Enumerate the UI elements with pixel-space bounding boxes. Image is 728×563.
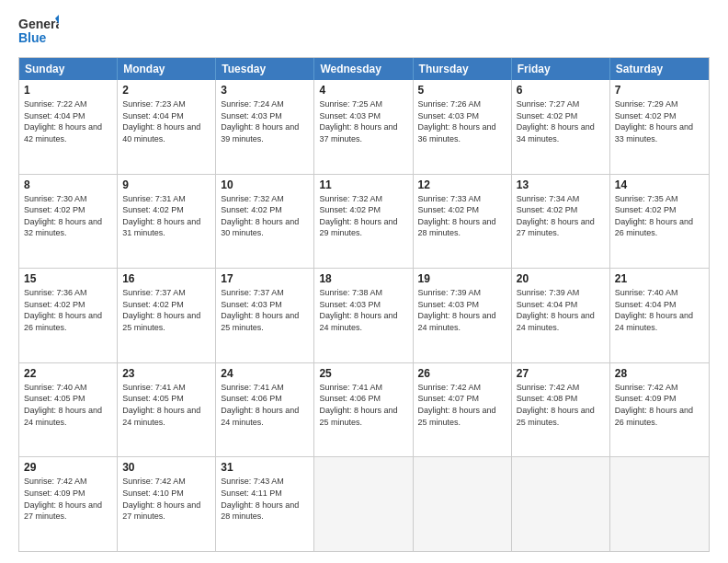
day-header-wednesday: Wednesday [314,58,413,80]
day-header-sunday: Sunday [19,58,118,80]
day-cell-14: 14 Sunrise: 7:35 AM Sunset: 4:02 PM Dayl… [610,175,709,269]
cell-info: Sunrise: 7:38 AM Sunset: 4:03 PM Dayligh… [319,287,407,333]
day-cell-30: 30 Sunrise: 7:42 AM Sunset: 4:10 PM Dayl… [118,457,216,551]
day-cell-17: 17 Sunrise: 7:37 AM Sunset: 4:03 PM Dayl… [216,269,314,362]
day-number: 13 [517,178,605,191]
calendar-row-5: 29 Sunrise: 7:42 AM Sunset: 4:09 PM Dayl… [19,456,709,551]
calendar-row-1: 1 Sunrise: 7:22 AM Sunset: 4:04 PM Dayli… [19,80,709,174]
cell-info: Sunrise: 7:33 AM Sunset: 4:02 PM Dayligh… [418,193,506,239]
day-number: 1 [24,84,112,97]
cell-info: Sunrise: 7:39 AM Sunset: 4:03 PM Dayligh… [418,287,506,333]
day-number: 9 [122,178,210,191]
day-cell-21: 21 Sunrise: 7:40 AM Sunset: 4:04 PM Dayl… [610,269,709,362]
day-number: 3 [221,84,309,97]
empty-cell [610,457,709,551]
day-number: 18 [319,272,407,285]
header: General Blue [18,15,710,48]
day-number: 25 [319,367,407,380]
day-header-tuesday: Tuesday [216,58,314,80]
day-cell-26: 26 Sunrise: 7:42 AM Sunset: 4:07 PM Dayl… [414,363,512,457]
cell-info: Sunrise: 7:31 AM Sunset: 4:02 PM Dayligh… [122,193,210,239]
day-cell-22: 22 Sunrise: 7:40 AM Sunset: 4:05 PM Dayl… [19,363,118,457]
day-number: 30 [122,461,210,474]
day-cell-9: 9 Sunrise: 7:31 AM Sunset: 4:02 PM Dayli… [118,175,216,269]
cell-info: Sunrise: 7:30 AM Sunset: 4:02 PM Dayligh… [24,193,112,239]
cell-info: Sunrise: 7:42 AM Sunset: 4:07 PM Dayligh… [418,382,506,428]
day-cell-7: 7 Sunrise: 7:29 AM Sunset: 4:02 PM Dayli… [610,80,709,174]
day-number: 27 [517,367,605,380]
day-number: 26 [418,367,506,380]
day-number: 29 [24,461,112,474]
day-number: 23 [122,367,210,380]
day-number: 16 [122,272,210,285]
day-cell-2: 2 Sunrise: 7:23 AM Sunset: 4:04 PM Dayli… [118,80,216,174]
day-cell-27: 27 Sunrise: 7:42 AM Sunset: 4:08 PM Dayl… [512,363,610,457]
calendar-row-4: 22 Sunrise: 7:40 AM Sunset: 4:05 PM Dayl… [19,362,709,457]
cell-info: Sunrise: 7:40 AM Sunset: 4:04 PM Dayligh… [615,287,704,333]
cell-info: Sunrise: 7:42 AM Sunset: 4:08 PM Dayligh… [517,382,605,428]
cell-info: Sunrise: 7:26 AM Sunset: 4:03 PM Dayligh… [418,98,506,144]
cell-info: Sunrise: 7:39 AM Sunset: 4:04 PM Dayligh… [517,287,605,333]
logo: General Blue [18,15,59,48]
day-number: 4 [319,84,407,97]
day-number: 2 [122,84,210,97]
day-cell-20: 20 Sunrise: 7:39 AM Sunset: 4:04 PM Dayl… [512,269,610,362]
day-number: 22 [24,367,112,380]
cell-info: Sunrise: 7:32 AM Sunset: 4:02 PM Dayligh… [221,193,309,239]
day-number: 8 [24,178,112,191]
day-cell-15: 15 Sunrise: 7:36 AM Sunset: 4:02 PM Dayl… [19,269,118,362]
cell-info: Sunrise: 7:34 AM Sunset: 4:02 PM Dayligh… [517,193,605,239]
day-number: 20 [517,272,605,285]
day-cell-3: 3 Sunrise: 7:24 AM Sunset: 4:03 PM Dayli… [216,80,314,174]
day-header-monday: Monday [118,58,216,80]
cell-info: Sunrise: 7:22 AM Sunset: 4:04 PM Dayligh… [24,98,112,144]
cell-info: Sunrise: 7:29 AM Sunset: 4:02 PM Dayligh… [615,98,704,144]
day-cell-19: 19 Sunrise: 7:39 AM Sunset: 4:03 PM Dayl… [414,269,512,362]
calendar: SundayMondayTuesdayWednesdayThursdayFrid… [18,57,710,552]
day-cell-28: 28 Sunrise: 7:42 AM Sunset: 4:09 PM Dayl… [610,363,709,457]
day-cell-1: 1 Sunrise: 7:22 AM Sunset: 4:04 PM Dayli… [19,80,118,174]
empty-cell [314,457,413,551]
day-cell-5: 5 Sunrise: 7:26 AM Sunset: 4:03 PM Dayli… [414,80,512,174]
day-cell-23: 23 Sunrise: 7:41 AM Sunset: 4:05 PM Dayl… [118,363,216,457]
cell-info: Sunrise: 7:42 AM Sunset: 4:09 PM Dayligh… [615,382,704,428]
calendar-row-2: 8 Sunrise: 7:30 AM Sunset: 4:02 PM Dayli… [19,174,709,269]
day-number: 12 [418,178,506,191]
day-number: 5 [418,84,506,97]
day-cell-4: 4 Sunrise: 7:25 AM Sunset: 4:03 PM Dayli… [314,80,413,174]
calendar-body: 1 Sunrise: 7:22 AM Sunset: 4:04 PM Dayli… [19,80,709,551]
day-number: 17 [221,272,309,285]
day-cell-10: 10 Sunrise: 7:32 AM Sunset: 4:02 PM Dayl… [216,175,314,269]
day-number: 11 [319,178,407,191]
cell-info: Sunrise: 7:27 AM Sunset: 4:02 PM Dayligh… [517,98,605,144]
cell-info: Sunrise: 7:41 AM Sunset: 4:06 PM Dayligh… [221,382,309,428]
calendar-row-3: 15 Sunrise: 7:36 AM Sunset: 4:02 PM Dayl… [19,268,709,362]
day-cell-29: 29 Sunrise: 7:42 AM Sunset: 4:09 PM Dayl… [19,457,118,551]
day-cell-12: 12 Sunrise: 7:33 AM Sunset: 4:02 PM Dayl… [414,175,512,269]
empty-cell [414,457,512,551]
logo-svg: General Blue [18,15,59,48]
day-cell-8: 8 Sunrise: 7:30 AM Sunset: 4:02 PM Dayli… [19,175,118,269]
day-cell-18: 18 Sunrise: 7:38 AM Sunset: 4:03 PM Dayl… [314,269,413,362]
day-number: 7 [615,84,704,97]
day-number: 6 [517,84,605,97]
day-number: 15 [24,272,112,285]
day-cell-11: 11 Sunrise: 7:32 AM Sunset: 4:02 PM Dayl… [314,175,413,269]
day-number: 10 [221,178,309,191]
day-number: 19 [418,272,506,285]
cell-info: Sunrise: 7:23 AM Sunset: 4:04 PM Dayligh… [122,98,210,144]
cell-info: Sunrise: 7:42 AM Sunset: 4:09 PM Dayligh… [24,476,112,522]
cell-info: Sunrise: 7:24 AM Sunset: 4:03 PM Dayligh… [221,98,309,144]
day-cell-16: 16 Sunrise: 7:37 AM Sunset: 4:02 PM Dayl… [118,269,216,362]
day-header-saturday: Saturday [610,58,709,80]
cell-info: Sunrise: 7:41 AM Sunset: 4:05 PM Dayligh… [122,382,210,428]
empty-cell [512,457,610,551]
day-cell-25: 25 Sunrise: 7:41 AM Sunset: 4:06 PM Dayl… [314,363,413,457]
day-cell-31: 31 Sunrise: 7:43 AM Sunset: 4:11 PM Dayl… [216,457,314,551]
day-cell-6: 6 Sunrise: 7:27 AM Sunset: 4:02 PM Dayli… [512,80,610,174]
cell-info: Sunrise: 7:37 AM Sunset: 4:02 PM Dayligh… [122,287,210,333]
cell-info: Sunrise: 7:40 AM Sunset: 4:05 PM Dayligh… [24,382,112,428]
page: General Blue SundayMondayTuesdayWednesda… [0,0,728,563]
calendar-header: SundayMondayTuesdayWednesdayThursdayFrid… [19,58,709,80]
day-number: 24 [221,367,309,380]
